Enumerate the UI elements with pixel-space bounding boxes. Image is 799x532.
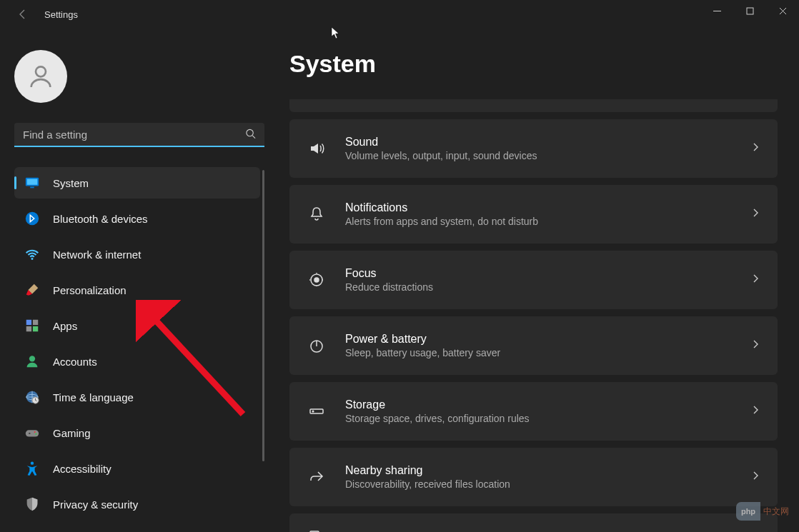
accessibility-icon [24, 461, 40, 476]
settings-card-notifications[interactable]: Notifications Alerts from apps and syste… [289, 185, 778, 244]
settings-card-power-battery[interactable]: Power & battery Sleep, battery usage, ba… [289, 316, 778, 375]
sidebar-item-apps[interactable]: Apps [14, 310, 260, 341]
sidebar-item-label: Accounts [53, 356, 97, 368]
focus-icon [307, 270, 327, 290]
user-avatar[interactable] [14, 50, 67, 103]
apps-icon [24, 318, 40, 333]
svg-rect-11 [33, 326, 38, 331]
svg-point-1 [36, 66, 46, 76]
card-subtitle: Reduce distractions [345, 281, 750, 293]
sound-icon [307, 139, 327, 159]
sidebar-item-personalization[interactable]: Personalization [14, 274, 260, 306]
multitask-icon [307, 526, 327, 532]
window-controls [700, 0, 799, 21]
card-subtitle: Volume levels, output, input, sound devi… [345, 150, 750, 161]
card-title: Nearby sharing [345, 464, 750, 477]
card-subtitle: Sleep, battery usage, battery saver [345, 347, 750, 358]
card-text: Storage Storage space, drives, configura… [345, 398, 750, 424]
close-icon [779, 7, 787, 15]
back-button[interactable] [14, 6, 31, 23]
brush-icon [24, 282, 40, 298]
svg-point-2 [247, 129, 253, 136]
page-title: System [289, 50, 778, 78]
svg-point-19 [35, 433, 36, 435]
titlebar: Settings [0, 0, 799, 29]
minimize-icon [713, 7, 721, 15]
card-title: Notifications [345, 201, 750, 214]
card-subtitle: Alerts from apps and system, do not dist… [345, 216, 750, 227]
sidebar-item-label: Bluetooth & devices [53, 213, 148, 225]
back-arrow-icon [17, 9, 29, 20]
watermark: php 中文网 [736, 502, 789, 521]
globe-icon [24, 389, 40, 405]
svg-point-17 [29, 433, 30, 434]
power-icon [307, 336, 327, 356]
chevron-right-icon [750, 208, 760, 221]
sidebar-item-label: Privacy & security [53, 498, 138, 511]
wifi-icon [24, 246, 40, 262]
sidebar-item-label: Accessibility [53, 463, 111, 475]
svg-point-20 [31, 461, 34, 464]
sidebar-item-label: Network & internet [53, 249, 141, 261]
card-text: Sound Volume levels, output, input, soun… [345, 136, 750, 161]
minimize-button[interactable] [700, 0, 733, 21]
settings-card-sound[interactable]: Sound Volume levels, output, input, soun… [289, 119, 778, 178]
gamepad-icon [24, 425, 40, 441]
maximize-button[interactable] [733, 0, 766, 21]
card-title: Sound [345, 136, 750, 149]
card-partial-top[interactable] [289, 99, 778, 112]
sidebar-item-system[interactable]: System [14, 167, 260, 199]
watermark-logo: php [736, 502, 760, 521]
sidebar-item-label: Apps [53, 320, 77, 332]
close-button[interactable] [766, 0, 799, 21]
card-title: Storage [345, 398, 750, 411]
svg-rect-10 [26, 326, 31, 331]
sidebar-item-privacy-security[interactable]: Privacy & security [14, 488, 260, 520]
svg-point-12 [29, 356, 35, 361]
sidebar-item-time-language[interactable]: Time & language [14, 381, 260, 413]
chevron-right-icon [750, 339, 760, 352]
svg-rect-8 [26, 320, 31, 325]
svg-rect-0 [747, 8, 753, 14]
avatar-icon [26, 62, 55, 91]
chevron-right-icon [750, 142, 760, 155]
svg-rect-9 [33, 320, 38, 325]
card-text: Notifications Alerts from apps and syste… [345, 201, 750, 227]
svg-point-22 [314, 278, 319, 282]
sidebar-item-gaming[interactable]: Gaming [14, 417, 260, 448]
svg-point-7 [31, 258, 34, 260]
svg-point-25 [312, 411, 314, 412]
card-text: Nearby sharing Discoverability, received… [345, 464, 750, 490]
bell-icon [307, 204, 327, 224]
sidebar-item-accessibility[interactable]: Accessibility [14, 453, 260, 484]
sidebar-item-label: Gaming [53, 427, 91, 439]
svg-point-6 [26, 212, 39, 225]
sidebar-item-label: Time & language [53, 391, 134, 403]
chevron-right-icon [750, 471, 760, 483]
storage-icon [307, 401, 327, 421]
maximize-icon [746, 7, 754, 15]
card-text: Focus Reduce distractions [345, 267, 750, 293]
bluetooth-icon [24, 211, 40, 226]
settings-card-focus[interactable]: Focus Reduce distractions [289, 251, 778, 309]
search-icon [245, 129, 256, 142]
card-title: Power & battery [345, 333, 750, 346]
sidebar-item-network-internet[interactable]: Network & internet [14, 239, 260, 270]
shield-icon [24, 496, 40, 512]
sidebar: SystemBluetooth & devicesNetwork & inter… [0, 29, 264, 532]
search-input[interactable] [14, 123, 264, 147]
settings-card-storage[interactable]: Storage Storage space, drives, configura… [289, 382, 778, 441]
chevron-right-icon [750, 273, 760, 286]
svg-rect-16 [26, 430, 39, 436]
sidebar-item-accounts[interactable]: Accounts [14, 346, 260, 377]
settings-card-nearby-sharing[interactable]: Nearby sharing Discoverability, received… [289, 448, 778, 506]
share-icon [307, 467, 327, 487]
person-icon [24, 353, 40, 369]
sidebar-scrollbar[interactable] [262, 170, 264, 461]
card-text: Power & battery Sleep, battery usage, ba… [345, 333, 750, 358]
card-title: Focus [345, 267, 750, 280]
svg-rect-5 [30, 187, 34, 189]
settings-card-multitasking[interactable]: Multitasking [289, 513, 778, 532]
display-icon [24, 175, 40, 191]
sidebar-item-bluetooth-devices[interactable]: Bluetooth & devices [14, 203, 260, 234]
